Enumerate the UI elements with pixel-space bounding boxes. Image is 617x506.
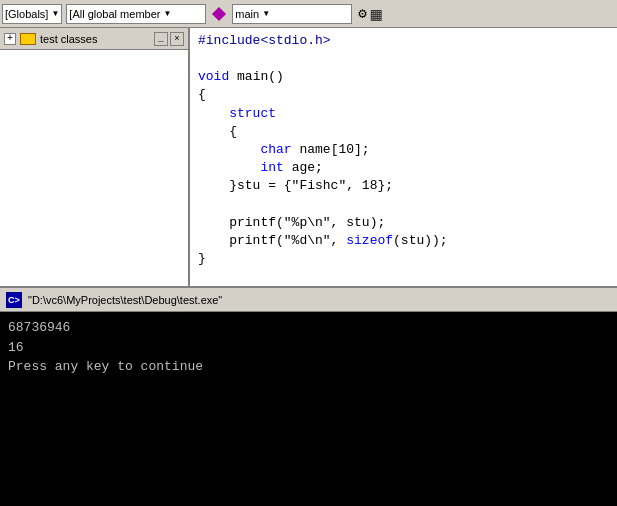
members-dropdown-label: [All global member: [69, 8, 160, 20]
toolbar: [Globals] ▼ [All global member ▼ main ▼ …: [0, 0, 617, 28]
console-title: "D:\vc6\MyProjects\test\Debug\test.exe": [28, 294, 222, 306]
code-line-10: [198, 196, 609, 214]
struct-keyword: struct: [229, 106, 276, 121]
sidebar-title: test classes: [40, 33, 97, 45]
code-line-4: {: [198, 86, 609, 104]
globals-dropdown[interactable]: [Globals] ▼: [2, 4, 62, 24]
code-panel: + test classes _ × #include<st: [0, 28, 617, 288]
code-line-1: #include<stdio.h>: [198, 32, 609, 50]
sidebar-content: [0, 50, 188, 58]
sizeof-keyword: sizeof: [346, 233, 393, 248]
code-line-8: int age;: [198, 159, 609, 177]
console-line-2: 16: [8, 338, 609, 358]
code-line-2: [198, 50, 609, 68]
void-keyword: void: [198, 69, 229, 84]
code-line-11: printf("%p\n", stu);: [198, 214, 609, 232]
console-panel: C> "D:\vc6\MyProjects\test\Debug\test.ex…: [0, 288, 617, 506]
console-line-1: 68736946: [8, 318, 609, 338]
members-dropdown-arrow: ▼: [163, 9, 171, 18]
diamond-icon: [212, 6, 226, 20]
sidebar-titlebar: + test classes _ ×: [0, 28, 188, 50]
minimize-icon: _: [158, 34, 163, 44]
ide-area: + test classes _ × #include<st: [0, 28, 617, 506]
main-dropdown-arrow: ▼: [262, 9, 270, 18]
code-line-12: printf("%d\n", sizeof(stu));: [198, 232, 609, 250]
view-icon[interactable]: ▦: [371, 3, 382, 25]
expand-icon: +: [7, 33, 13, 44]
console-line-3: Press any key to continue: [8, 357, 609, 377]
include-directive: #include<stdio.h>: [198, 33, 331, 48]
folder-icon: [20, 33, 36, 45]
globals-dropdown-arrow: ▼: [51, 9, 59, 18]
globals-dropdown-label: [Globals]: [5, 8, 48, 20]
code-line-5: struct: [198, 105, 609, 123]
main-dropdown[interactable]: main ▼: [232, 4, 352, 24]
code-line-3: void main(): [198, 68, 609, 86]
sidebar-controls: _ ×: [154, 32, 184, 46]
main-dropdown-label: main: [235, 8, 259, 20]
code-line-6: {: [198, 123, 609, 141]
settings-icon[interactable]: ⚙: [358, 5, 366, 22]
sidebar-expand-button[interactable]: +: [4, 33, 16, 45]
console-icon: C>: [6, 292, 22, 308]
members-dropdown[interactable]: [All global member ▼: [66, 4, 206, 24]
code-line-9: }stu = {"Fishc", 18};: [198, 177, 609, 195]
char-keyword: char: [260, 142, 291, 157]
sidebar-minimize-button[interactable]: _: [154, 32, 168, 46]
code-line-7: char name[10];: [198, 141, 609, 159]
main-function-name: main(): [237, 69, 284, 84]
class-sidebar: + test classes _ ×: [0, 28, 190, 286]
console-output: 68736946 16 Press any key to continue: [0, 312, 617, 506]
code-editor[interactable]: #include<stdio.h> void main() { struct {…: [190, 28, 617, 286]
code-line-13: }: [198, 250, 609, 268]
close-icon: ×: [174, 34, 179, 44]
int-keyword: int: [260, 160, 283, 175]
console-titlebar: C> "D:\vc6\MyProjects\test\Debug\test.ex…: [0, 288, 617, 312]
sidebar-close-button[interactable]: ×: [170, 32, 184, 46]
